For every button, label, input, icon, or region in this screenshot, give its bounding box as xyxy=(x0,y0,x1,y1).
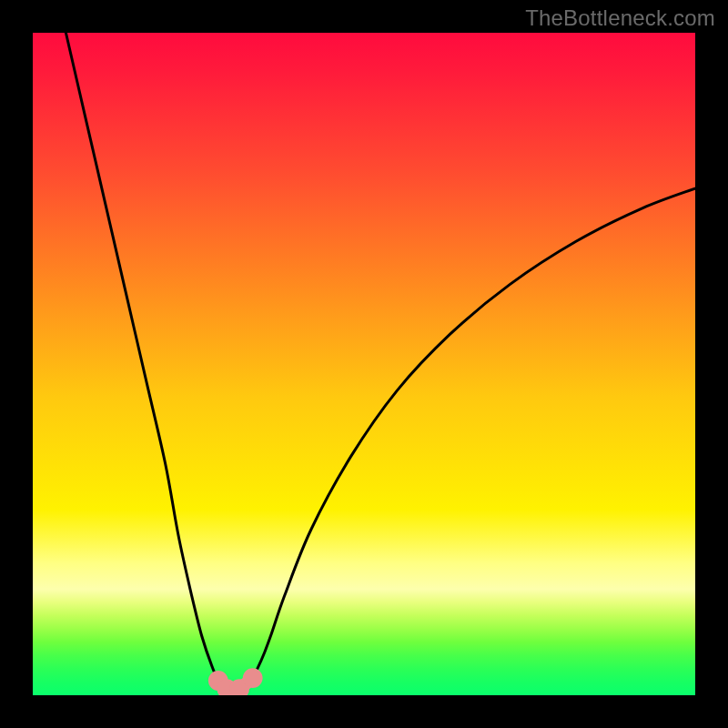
vertex-right xyxy=(243,668,263,688)
curve-layer xyxy=(33,33,695,695)
curve-markers xyxy=(208,668,263,695)
watermark-text: TheBottleneck.com xyxy=(525,5,715,31)
plot-area xyxy=(33,33,695,695)
chart-frame: TheBottleneck.com xyxy=(0,0,728,728)
bottleneck-curve xyxy=(66,33,695,691)
